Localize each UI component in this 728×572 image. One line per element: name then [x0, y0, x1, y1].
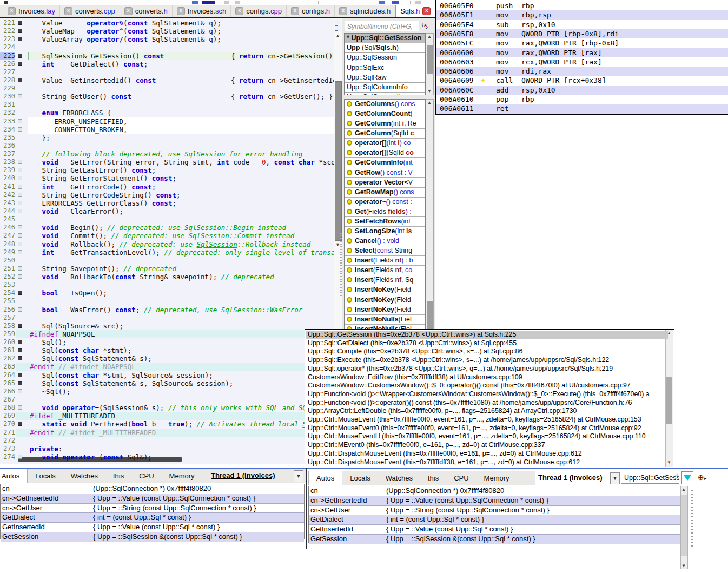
code-line[interactable]: 265 Sql(const SqlStatement& s, SqlSource… — [0, 379, 334, 387]
code-line[interactable]: 250 — [0, 257, 334, 265]
stack-frame-combo[interactable]: Upp::Sql::GetSess — [621, 472, 679, 484]
code-line[interactable]: 259#ifndef NOAPPSQL — [0, 330, 334, 338]
disasm-row[interactable]: 006A0609➔callQWORD PTR [rcx+0x38] — [436, 76, 728, 85]
line-number[interactable]: 221 — [0, 19, 15, 27]
code-line[interactable]: 238 void SetError(String error, String s… — [0, 158, 334, 166]
line-marker-icon[interactable] — [18, 29, 22, 33]
watch-row[interactable]: GetDialect{ int = (const Upp::Sql * cons… — [1, 513, 304, 523]
sort-az-icon[interactable]: ↓AZ — [421, 21, 434, 31]
line-number[interactable]: 248 — [0, 240, 15, 248]
line-marker-icon[interactable] — [18, 62, 22, 66]
member-item[interactable]: operator[](SqlId co — [345, 148, 425, 158]
code-line[interactable]: 264 Sql(const char *stmt, SqlSource& ses… — [0, 371, 334, 379]
debug-tab-autos[interactable]: Autos — [0, 469, 28, 483]
line-number[interactable]: 258 — [0, 322, 15, 330]
member-item[interactable]: GetColumn(SqlId c — [345, 129, 425, 139]
stack-frame-item[interactable]: Upp::Ctrl::DispatchMouseEvent (this=0x7f… — [306, 458, 668, 467]
member-item[interactable]: InsertNoKey(Field — [345, 295, 425, 305]
line-number[interactable]: 228 — [0, 76, 15, 84]
code-line[interactable]: 252 void RollbackTo(const String& savepo… — [0, 273, 334, 281]
code-line[interactable]: 242 String GetErrorCodeString() const; — [0, 191, 334, 199]
stack-frame-item[interactable]: Upp::Function<void ()>::Wrapper<Customer… — [306, 390, 668, 399]
disassembly-view[interactable]: 006A05F0pushrbp006A05F1movrbp,rsp006A05F… — [435, 0, 728, 115]
line-number[interactable]: 260 — [0, 338, 15, 346]
debug-tab-this[interactable]: this — [420, 471, 446, 485]
debug-tab-locals[interactable]: Locals — [28, 469, 63, 483]
code-line[interactable]: 239 String GetLastError() const; — [0, 166, 334, 174]
debug-tab-memory[interactable]: Memory — [162, 469, 202, 483]
line-number[interactable]: 262 — [0, 354, 15, 362]
file-tab-Sqls-h[interactable]: Sqls.hx — [395, 5, 435, 17]
stack-frame-item[interactable]: Upp::Ctrl::MouseEvent0 (this=0x7fffffe00… — [306, 424, 668, 433]
code-line[interactable]: 261 Sql(const char *stmt); — [0, 346, 334, 354]
line-marker-icon[interactable] — [18, 381, 22, 385]
thread-dropdown-icon[interactable]: ▼ — [610, 472, 620, 484]
watch-row[interactable]: cn->GetUser{ Upp = ::String (const Upp::… — [1, 504, 304, 514]
line-marker-icon[interactable] — [18, 233, 22, 238]
code-line[interactable]: 268 void operator=(SqlSession& s); // th… — [0, 404, 334, 412]
line-marker-icon[interactable] — [18, 119, 22, 123]
watch-row[interactable]: GetSession{ Upp = ::SqlSession &(const U… — [1, 532, 304, 542]
code-line[interactable]: 272 — [0, 437, 334, 445]
code-line[interactable]: 229 — [0, 84, 334, 93]
code-line[interactable]: 270 static void PerThread(bool b = true)… — [0, 420, 334, 428]
line-number[interactable]: 232 — [0, 109, 15, 116]
line-marker-icon[interactable] — [18, 405, 22, 410]
file-tab-converts-h[interactable]: xconverts.h — [120, 5, 173, 17]
file-tab-configs-h[interactable]: xconfigs.h — [287, 5, 335, 17]
watch-row[interactable]: GetSession{ Upp = ::SqlSession &(const U… — [309, 535, 680, 544]
line-number[interactable]: 244 — [0, 207, 15, 215]
member-item[interactable]: InsertNoKey(Field — [345, 305, 425, 315]
scroll-up-icon[interactable]: ▲ — [427, 34, 432, 39]
stack-frame-item[interactable]: Upp::Sql::operator* (this=0xe2b378 <Upp:… — [306, 365, 668, 373]
watch-row[interactable]: cn(Upp::SqlConnection *) 0x7ffff4f80820 — [1, 484, 304, 494]
code-line[interactable]: 248 void Rollback(); // deprecated: use … — [0, 240, 334, 248]
watch-table-scrollbar[interactable]: ▲ ▼ — [680, 486, 688, 569]
code-line[interactable]: 226 int GetDialect() const; — [0, 60, 334, 68]
disasm-row[interactable]: 006A05F8movQWORD PTR [rbp-0x8],rdi — [436, 29, 728, 38]
stack-frame-item[interactable]: Upp::Sql::GetSession (this=0xe2b378 <Upp… — [306, 331, 668, 339]
member-item[interactable]: Insert(Fields nf) : b — [345, 256, 425, 266]
code-line[interactable]: 254 bool IsOpen(); — [0, 289, 334, 297]
watch-row[interactable]: GetInsertedId{ Upp = ::Value (const Upp:… — [1, 523, 304, 532]
code-line[interactable]: 263#endif // #ifndef NOAPPSQL — [0, 363, 334, 371]
line-marker-icon[interactable] — [18, 209, 22, 213]
member-item[interactable]: InsertNoKey(Field — [345, 285, 425, 295]
line-number[interactable]: 222 — [0, 27, 15, 35]
line-number[interactable]: 274 — [0, 453, 15, 461]
line-number[interactable]: 253 — [0, 281, 15, 288]
frame-dropdown-open-icon[interactable] — [681, 471, 693, 484]
line-number[interactable]: 242 — [0, 191, 15, 199]
line-number[interactable]: 247 — [0, 232, 15, 239]
line-number[interactable]: 269 — [0, 412, 15, 419]
symbol-list-scrollbar[interactable]: ▲ ▼ — [426, 33, 434, 95]
symbol-item[interactable]: Upp::SqlColumnInfo — [345, 83, 425, 93]
line-marker-icon[interactable] — [18, 94, 22, 98]
watch-row[interactable]: GetInsertedId{ Upp = ::Value (const Upp:… — [309, 525, 680, 535]
code-line[interactable]: 221 Value operator%(const SqlStatement& … — [0, 19, 334, 27]
line-number[interactable]: 254 — [0, 289, 15, 297]
line-marker-icon[interactable] — [18, 37, 22, 41]
line-number[interactable]: 265 — [0, 379, 15, 387]
line-number[interactable]: 270 — [0, 420, 15, 428]
member-item[interactable]: operator~() const : — [345, 198, 425, 207]
scroll-down-icon[interactable]: ▼ — [427, 89, 432, 94]
line-number[interactable]: 267 — [0, 396, 15, 403]
line-number[interactable]: 239 — [0, 166, 15, 174]
member-item[interactable]: SetFetchRows(int — [345, 217, 425, 227]
code-line[interactable]: 244 void ClearError(); — [0, 207, 334, 215]
member-item[interactable]: Get(Fields fields) : — [345, 207, 425, 217]
code-line[interactable]: 233 ERROR_UNSPECIFIED, — [0, 117, 334, 126]
thread-dropdown-icon[interactable]: ▼ — [294, 470, 303, 482]
disasm-row[interactable]: 006A0603movrcx,QWORD PTR [rax] — [436, 57, 728, 67]
line-number[interactable]: 234 — [0, 126, 15, 133]
line-number[interactable]: 230 — [0, 93, 15, 100]
line-marker-icon[interactable] — [18, 324, 22, 328]
code-line[interactable]: 256 bool WasError() const; // deprecated… — [0, 306, 334, 314]
stack-frame-item[interactable]: Upp::Sql::Compile (this=0xe2b378 <Upp::C… — [306, 347, 668, 356]
code-line[interactable]: 225 SqlSession& GetSession() const{ retu… — [0, 52, 334, 60]
line-marker-icon[interactable] — [18, 201, 22, 205]
line-number[interactable]: 264 — [0, 371, 15, 379]
stack-frame-item[interactable]: CustomersWindow::CustomersWindow()::$_0:… — [306, 382, 668, 390]
member-item[interactable]: GetColumnInfo(int — [345, 158, 425, 168]
